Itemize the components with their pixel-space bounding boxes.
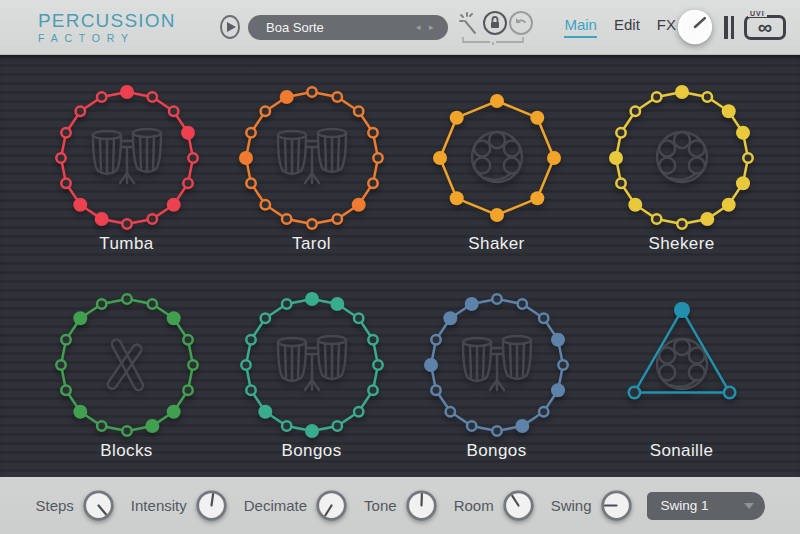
step-node-on[interactable]	[609, 151, 623, 165]
step-node-on[interactable]	[181, 125, 195, 139]
step-node-off[interactable]	[373, 153, 382, 162]
step-node-off[interactable]	[431, 385, 440, 394]
step-ring-sonaille[interactable]	[592, 275, 772, 455]
step-node-off[interactable]	[368, 178, 377, 187]
step-node-off[interactable]	[743, 153, 752, 162]
step-ring-shaker[interactable]	[407, 68, 587, 248]
step-node-on[interactable]	[239, 151, 253, 165]
step-node-off[interactable]	[282, 214, 291, 223]
step-node-off[interactable]	[122, 294, 131, 303]
tab-fx[interactable]: FX	[657, 16, 676, 38]
step-node-off[interactable]	[332, 214, 341, 223]
step-node-off[interactable]	[539, 407, 548, 416]
master-volume-knob[interactable]	[676, 8, 714, 46]
step-node-on[interactable]	[490, 208, 504, 222]
step-node-on[interactable]	[73, 311, 87, 325]
undo-icon[interactable]	[508, 10, 534, 36]
step-node-off[interactable]	[539, 313, 548, 322]
step-ring-blocks[interactable]	[37, 275, 217, 455]
steps-knob[interactable]	[82, 489, 115, 522]
step-node-on[interactable]	[258, 404, 272, 418]
step-node-off[interactable]	[169, 106, 178, 115]
step-node-on[interactable]	[530, 191, 544, 205]
step-ring-bongos-1[interactable]	[222, 275, 402, 455]
tone-knob[interactable]	[405, 489, 438, 522]
step-node-on[interactable]	[736, 125, 750, 139]
step-node-off[interactable]	[246, 178, 255, 187]
step-node-on[interactable]	[166, 311, 180, 325]
preset-selector[interactable]: Boa Sorte ◂ ▸	[248, 15, 448, 40]
step-node-on[interactable]	[145, 419, 159, 433]
step-node-off[interactable]	[147, 214, 156, 223]
step-node-off[interactable]	[702, 92, 711, 101]
step-node-off[interactable]	[61, 178, 70, 187]
swing-knob[interactable]	[600, 489, 633, 522]
step-node-off[interactable]	[97, 92, 106, 101]
step-node-on[interactable]	[736, 176, 750, 190]
step-node-off[interactable]	[246, 385, 255, 394]
step-node-off[interactable]	[616, 128, 625, 137]
step-node-off[interactable]	[246, 335, 255, 344]
step-ring-tarol[interactable]	[222, 68, 402, 248]
step-node-off[interactable]	[467, 421, 476, 430]
step-node-off[interactable]	[431, 335, 440, 344]
step-node-on[interactable]	[433, 151, 447, 165]
step-node-off[interactable]	[75, 106, 84, 115]
step-node-off[interactable]	[183, 178, 192, 187]
step-node-off[interactable]	[368, 335, 377, 344]
step-node-on[interactable]	[530, 110, 544, 124]
step-node-on[interactable]	[73, 404, 87, 418]
step-node-on[interactable]	[700, 212, 714, 226]
step-ring-tumba[interactable]	[37, 68, 217, 248]
step-node-on[interactable]	[628, 197, 642, 211]
step-node-off[interactable]	[492, 294, 501, 303]
step-ring-bongos-2[interactable]	[407, 275, 587, 455]
step-node-off[interactable]	[260, 200, 269, 209]
step-node-off[interactable]	[652, 92, 661, 101]
step-node-on[interactable]	[449, 110, 463, 124]
step-node-on[interactable]	[424, 358, 438, 372]
step-node-on[interactable]	[330, 297, 344, 311]
step-node-off[interactable]	[56, 360, 65, 369]
step-node-off[interactable]	[628, 386, 639, 397]
step-node-on[interactable]	[279, 90, 293, 104]
step-node-off[interactable]	[354, 407, 363, 416]
step-node-on[interactable]	[449, 191, 463, 205]
step-node-off[interactable]	[492, 426, 501, 435]
step-node-off[interactable]	[61, 128, 70, 137]
step-node-off[interactable]	[368, 128, 377, 137]
step-node-on[interactable]	[721, 104, 735, 118]
step-node-on[interactable]	[73, 197, 87, 211]
step-node-off[interactable]	[97, 299, 106, 308]
step-node-on[interactable]	[166, 404, 180, 418]
step-node-off[interactable]	[307, 87, 316, 96]
step-node-on[interactable]	[721, 197, 735, 211]
step-node-off[interactable]	[677, 219, 686, 228]
step-node-off[interactable]	[188, 153, 197, 162]
uvi-logo[interactable]: ∞ UVI	[744, 15, 786, 40]
step-node-off[interactable]	[630, 106, 639, 115]
step-node-on[interactable]	[551, 332, 565, 346]
step-node-on[interactable]	[94, 212, 108, 226]
step-node-off[interactable]	[147, 92, 156, 101]
magic-wand-icon[interactable]	[458, 10, 482, 36]
preset-prev-next-icons[interactable]: ◂ ▸	[416, 22, 437, 32]
step-node-off[interactable]	[147, 299, 156, 308]
step-node-on[interactable]	[305, 424, 319, 438]
decimate-knob[interactable]	[315, 489, 348, 522]
step-node-on[interactable]	[351, 197, 365, 211]
step-node-off[interactable]	[260, 106, 269, 115]
step-node-off[interactable]	[122, 426, 131, 435]
play-button[interactable]	[220, 15, 240, 39]
lock-icon[interactable]	[482, 10, 508, 36]
step-node-off[interactable]	[445, 407, 454, 416]
step-node-off[interactable]	[332, 421, 341, 430]
step-node-off[interactable]	[368, 385, 377, 394]
step-node-off[interactable]	[652, 214, 661, 223]
step-node-on[interactable]	[166, 197, 180, 211]
step-node-on[interactable]	[675, 85, 689, 99]
step-node-off[interactable]	[332, 92, 341, 101]
step-node-on[interactable]	[515, 419, 529, 433]
step-node-off[interactable]	[61, 335, 70, 344]
step-node-off[interactable]	[616, 178, 625, 187]
